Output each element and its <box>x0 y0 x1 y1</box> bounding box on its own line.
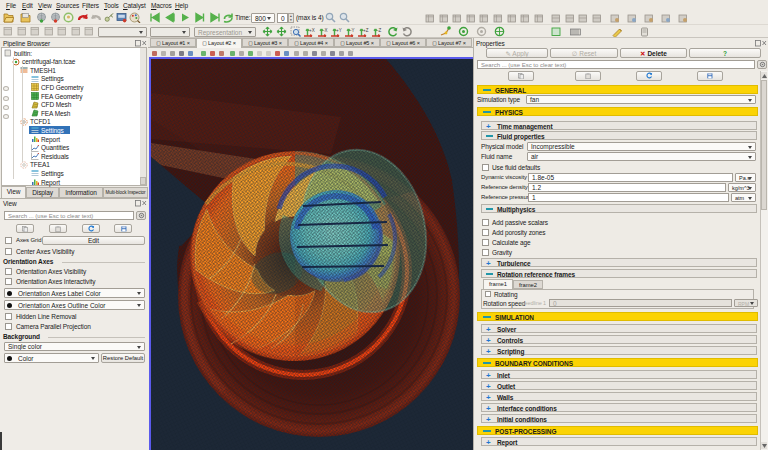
svg-text:+X: +X <box>309 28 315 33</box>
svg-text:+Y: +Y <box>336 28 342 33</box>
svg-text:-Z: -Z <box>377 28 381 33</box>
svg-text:-Y: -Y <box>350 28 355 33</box>
svg-text:+Z: +Z <box>363 28 369 33</box>
svg-text:-X: -X <box>323 28 328 33</box>
